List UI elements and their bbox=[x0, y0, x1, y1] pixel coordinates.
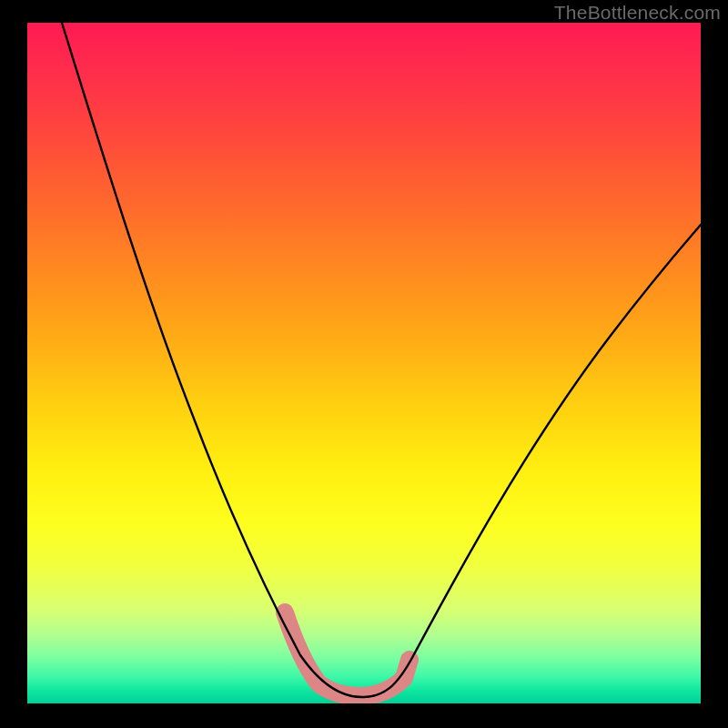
chart-frame: TheBottleneck.com bbox=[0, 0, 728, 728]
bottleneck-curve bbox=[62, 23, 701, 697]
curve-layer bbox=[27, 23, 701, 703]
highlight-segment bbox=[285, 612, 410, 696]
plot-area bbox=[27, 23, 701, 703]
watermark-text: TheBottleneck.com bbox=[554, 2, 721, 24]
